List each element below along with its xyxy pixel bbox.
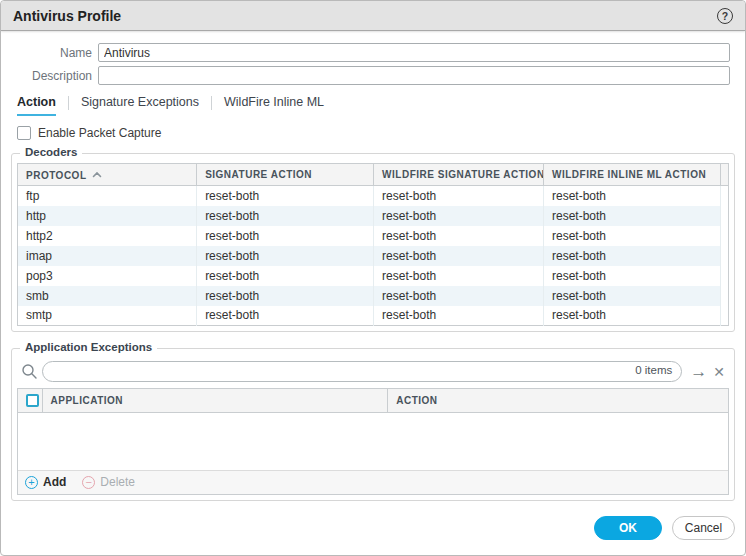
profile-form: Name Description [1, 31, 745, 85]
column-header-wildfire-inline-ml-action[interactable]: WILDFIRE INLINE ML ACTION [543, 164, 720, 186]
search-input-wrap: 0 items [42, 361, 682, 382]
enable-packet-capture-row: Enable Packet Capture [17, 126, 745, 140]
cancel-button[interactable]: Cancel [672, 516, 735, 540]
select-all-cell [18, 389, 42, 412]
column-header-wildfire-signature-action[interactable]: WILDFIRE SIGNATURE ACTION [374, 164, 544, 186]
decoder-row-http2[interactable]: http2reset-bothreset-bothreset-both [18, 226, 729, 246]
name-label: Name [1, 46, 98, 60]
application-exceptions-legend: Application Exceptions [20, 341, 157, 353]
decoder-row-imap[interactable]: imapreset-bothreset-bothreset-both [18, 246, 729, 266]
clear-filter-icon[interactable]: ✕ [713, 365, 725, 379]
tab-signature-exceptions[interactable]: Signature Exceptions [81, 95, 199, 116]
column-header-action[interactable]: ACTION [388, 389, 728, 412]
name-field[interactable] [98, 43, 730, 62]
column-header-signature-action[interactable]: SIGNATURE ACTION [197, 164, 374, 186]
select-all-checkbox[interactable] [26, 394, 39, 407]
apply-filter-arrow-icon[interactable]: → [690, 363, 707, 380]
enable-packet-capture-checkbox[interactable] [17, 126, 31, 140]
dialog-title: Antivirus Profile [13, 8, 121, 24]
decoder-row-http[interactable]: httpreset-bothreset-bothreset-both [18, 206, 729, 226]
tab-wildfire-inline-ml[interactable]: WildFire Inline ML [224, 95, 324, 116]
tab-action[interactable]: Action [17, 95, 56, 116]
application-filter-input[interactable] [42, 361, 682, 382]
column-header-protocol[interactable]: PROTOCOL [18, 164, 197, 186]
dialog-titlebar: Antivirus Profile ? [1, 1, 745, 31]
application-exceptions-header-row: APPLICATION ACTION [18, 389, 728, 412]
column-header-spacer [721, 164, 729, 186]
application-exceptions-toolbar: + Add − Delete [18, 470, 728, 494]
sort-ascending-icon [92, 169, 102, 180]
application-exceptions-empty-body [18, 413, 728, 470]
enable-packet-capture-label: Enable Packet Capture [38, 126, 161, 140]
ok-button[interactable]: OK [594, 516, 662, 540]
decoders-legend: Decoders [20, 146, 82, 158]
delete-button[interactable]: − Delete [82, 475, 135, 489]
application-exceptions-table: APPLICATION ACTION + Add − Delete [17, 388, 729, 495]
tab-divider [211, 96, 212, 110]
decoder-row-pop3[interactable]: pop3reset-bothreset-bothreset-both [18, 266, 729, 286]
decoders-table: PROTOCOL SIGNATURE ACTION WILDFIRE SIGNA… [17, 163, 729, 326]
decoders-group: Decoders PROTOCOL SIGNATURE ACTION WILDF… [11, 153, 735, 332]
add-button[interactable]: + Add [25, 475, 66, 489]
application-exceptions-search-row: 0 items → ✕ [17, 358, 729, 388]
decoder-row-smb[interactable]: smbreset-bothreset-bothreset-both [18, 286, 729, 306]
dialog-footer: OK Cancel [594, 516, 735, 540]
add-icon: + [25, 476, 38, 489]
column-header-application[interactable]: APPLICATION [42, 389, 388, 412]
tab-bar: Action Signature Exceptions WildFire Inl… [17, 94, 745, 116]
decoders-header-row: PROTOCOL SIGNATURE ACTION WILDFIRE SIGNA… [18, 164, 729, 186]
name-row: Name [1, 43, 745, 62]
decoder-row-ftp[interactable]: ftpreset-bothreset-bothreset-both [18, 186, 729, 206]
antivirus-profile-dialog: { "dialog": { "title": "Antivirus Profil… [0, 0, 746, 556]
delete-icon: − [82, 476, 95, 489]
description-label: Description [1, 69, 98, 83]
description-row: Description [1, 66, 745, 85]
search-icon [21, 363, 38, 380]
help-icon[interactable]: ? [717, 8, 733, 24]
description-field[interactable] [98, 66, 730, 85]
tab-divider [68, 96, 69, 110]
decoder-row-smtp[interactable]: smtpreset-bothreset-bothreset-both [18, 306, 729, 326]
application-exceptions-group: Application Exceptions 0 items → ✕ APPLI… [11, 348, 735, 501]
